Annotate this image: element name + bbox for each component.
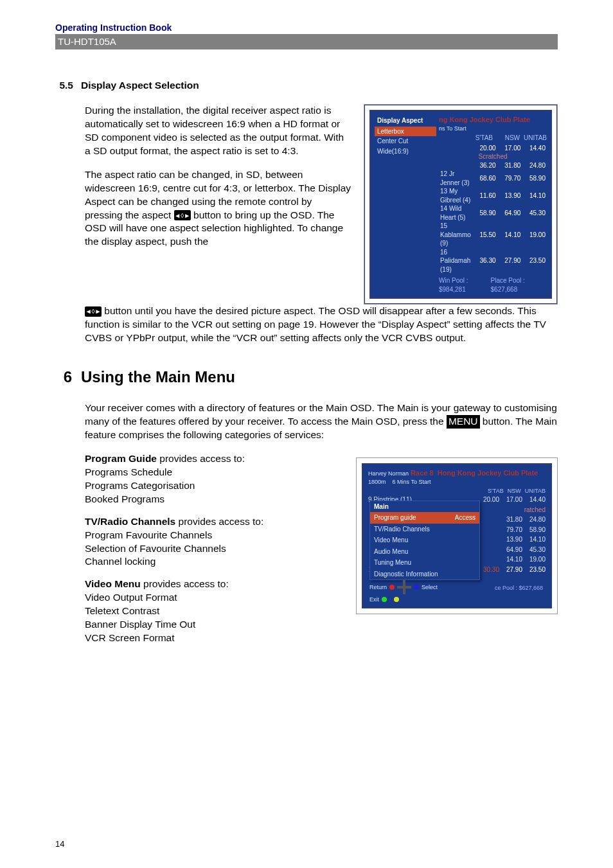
- list-item: Selection of Favourite Channels: [85, 542, 344, 556]
- osd2-dist: 1800m: [368, 479, 386, 485]
- list-item: Teletext Contrast: [85, 605, 344, 618]
- osd2-menu-item-audio: Audio Menu: [370, 546, 479, 558]
- osd1-placepool: Place Pool : $627,668: [491, 276, 547, 294]
- tv-tail: provides access to:: [175, 516, 263, 527]
- table-row-scratched: Scratched: [439, 152, 547, 161]
- feature-program-guide: Program Guide provides access to: Progra…: [85, 452, 344, 506]
- led-red-icon: [389, 585, 395, 590]
- section-5-5-body: During the installation, the digital rec…: [85, 104, 558, 345]
- list-item: Channel locking: [85, 555, 344, 569]
- chapter-6-body: Your receiver comes with a directory of …: [85, 402, 558, 654]
- led-green-icon: [382, 597, 387, 602]
- osd2-tab-nsw: NSW: [508, 487, 521, 495]
- osd2-select-label: Select: [422, 583, 438, 591]
- table-row: 12 Jr Jenner (3) 68.60 79.70 58.90: [439, 170, 547, 187]
- osd2-return-label: Return: [369, 583, 387, 591]
- osd2-tab-stab: S'TAB: [488, 487, 504, 495]
- osd2-header: Harvey Norman Race 8 Hong Kong Jockey Cl…: [368, 468, 546, 486]
- vm-lead: Video Menu: [85, 578, 141, 589]
- osd2-menu-title: Main: [370, 501, 479, 513]
- osd-main-menu-screenshot: Harvey Norman Race 8 Hong Kong Jockey Cl…: [356, 457, 558, 614]
- menu-button-label: MENU: [447, 415, 480, 429]
- feature-tv-radio: TV/Radio Channels provides access to: Pr…: [85, 515, 344, 569]
- section-5-5-heading: 5.5 Display Aspect Selection: [55, 79, 558, 93]
- osd2-tab-unitab: UNITAB: [525, 487, 546, 495]
- osd1-sub: ns To Start: [439, 125, 547, 132]
- table-row: 15 Kablammo (9) 15.50 14.10 19.00: [439, 222, 547, 248]
- doc-model-bar: TU-HDT105A: [55, 34, 558, 49]
- osd2-access-label: Access: [455, 513, 475, 522]
- section-title: Display Aspect Selection: [81, 79, 199, 93]
- para-5-5-2c: ◄◊► button until you have the desired pi…: [85, 305, 558, 345]
- aspect-icon: ◄◊►: [174, 210, 191, 220]
- page: Operating Instruction Book TU-HDT105A 5.…: [0, 0, 613, 868]
- pg-lead: Program Guide: [85, 453, 157, 464]
- table-row: 20.00 17.00 14.40: [439, 144, 547, 153]
- osd1-winpool: Win Pool : $984,281: [439, 276, 491, 294]
- osd2-main-menu: Main Program guide Access TV/Radio Chann…: [369, 500, 480, 581]
- osd2-brand: Harvey Norman: [368, 470, 409, 477]
- osd1-title: Display Aspect: [375, 115, 436, 127]
- osd2-tab-headers: S'TAB NSW UNITAB: [368, 487, 546, 495]
- osd1-odds-table: 20.00 17.00 14.40 Scratched 36.20: [439, 144, 547, 274]
- list-item: VCR Screen Format: [85, 632, 344, 645]
- list-item: Booked Programs: [85, 493, 344, 506]
- osd2-menu-item-tuning: Tuning Menu: [370, 557, 479, 569]
- osd1-option-letterbox: Letterbox: [375, 127, 436, 137]
- osd1-option-wide: Wide(16:9): [375, 146, 436, 157]
- osd1-tab-nsw: NSW: [497, 134, 520, 143]
- list-item: Program Favourite Channels: [85, 529, 344, 542]
- feature-video-menu: Video Menu provides access to: Video Out…: [85, 578, 344, 645]
- section-number: 5.5: [55, 79, 73, 93]
- doc-title-small: Operating Instruction Book: [55, 22, 558, 34]
- para-5-5-1: During the installation, the digital rec…: [85, 104, 352, 158]
- pg-tail: provides access to:: [157, 453, 245, 464]
- list-item: Programs Categorisation: [85, 479, 344, 493]
- osd1-tab-stab: S'TAB: [470, 134, 493, 143]
- osd2-title: Hong Kong Jockey Club Plate: [438, 469, 538, 477]
- osd1-race-title: ng Kong Jockey Club Plate: [439, 115, 547, 125]
- osd2-menu-item-tvradio: TV/Radio Channels: [370, 524, 479, 535]
- led-yellow-icon: [394, 597, 399, 602]
- osd2-menu-item-program-guide: Program guide Access: [370, 512, 479, 524]
- osd2-menu-item-video: Video Menu: [370, 535, 479, 546]
- page-number: 14: [55, 838, 64, 850]
- vm-tail: provides access to:: [141, 578, 229, 589]
- osd2-pool: ce Pool : $627,668: [495, 584, 543, 592]
- table-row: 36.20 31.80 24.80: [439, 161, 547, 170]
- table-row: 14 Wild Heart (5) 58.90 64.90 45.30: [439, 204, 547, 222]
- table-row: 16 Palidamah (19) 36.30 27.90 23.50: [439, 248, 547, 274]
- chapter-title: Using the Main Menu: [81, 367, 235, 387]
- dpad-icon: [397, 580, 411, 594]
- osd2-race: Race 8: [411, 469, 433, 477]
- doc-header: Operating Instruction Book TU-HDT105A: [55, 22, 558, 49]
- osd-display-aspect-screenshot: Display Aspect Letterbox Center Cut Wide…: [364, 104, 558, 305]
- osd2-menu-item-diag: Diagnostic Information: [370, 569, 479, 580]
- list-item: Programs Schedule: [85, 466, 344, 479]
- osd2-time: 6 Mins To Start: [393, 479, 431, 485]
- aspect-icon: ◄◊►: [85, 306, 102, 317]
- osd1-tab-headers: S'TAB NSW UNITAB: [439, 132, 547, 144]
- osd1-tab-unitab: UNITAB: [524, 134, 547, 143]
- list-item: Banner Display Time Out: [85, 618, 344, 632]
- osd2-scratched: ratched: [524, 506, 546, 515]
- para-5-5-2c-text: button until you have the desired pictur…: [85, 305, 546, 343]
- list-item: Video Output Format: [85, 591, 344, 605]
- osd2-exit-label: Exit: [369, 596, 379, 603]
- osd1-option-centercut: Center Cut: [375, 136, 436, 146]
- led-blue-icon: [414, 585, 419, 590]
- chapter-6-heading: 6 Using the Main Menu: [55, 367, 558, 387]
- osd2-controller-legend: Return Select Exit: [369, 580, 438, 603]
- chapter-6-intro: Your receiver comes with a directory of …: [85, 402, 558, 442]
- table-row: 13 My Gibreel (4) 11.60 13.90 14.10: [439, 187, 547, 204]
- tv-lead: TV/Radio Channels: [85, 516, 175, 527]
- para-5-5-2a: The aspect ratio can be changed, in SD, …: [85, 168, 352, 249]
- chapter-number: 6: [55, 367, 72, 387]
